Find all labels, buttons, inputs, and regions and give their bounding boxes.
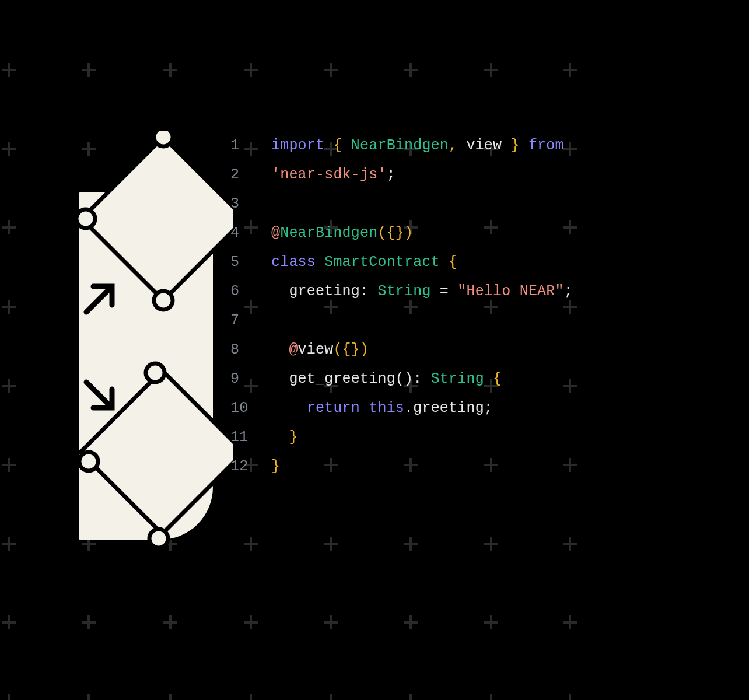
- svg-point-9: [79, 452, 98, 471]
- plus-icon: [563, 63, 577, 77]
- plus-icon: [324, 537, 338, 551]
- near-nodes-graphic: [58, 131, 233, 551]
- code-content: get_greeting(): String {: [271, 365, 502, 394]
- code-token: from: [528, 137, 564, 154]
- code-token: get_greeting():: [271, 370, 431, 387]
- plus-icon: [324, 63, 338, 77]
- plus-icon: [2, 220, 16, 235]
- code-token: .greeting;: [404, 400, 493, 416]
- code-content: import { NearBindgen, view } from: [271, 131, 564, 160]
- code-token: NearBindgen: [280, 225, 377, 242]
- plus-icon: [163, 63, 177, 77]
- plus-icon: [244, 615, 258, 629]
- code-line: 4@NearBindgen({}): [230, 219, 573, 248]
- code-line: 10 return this.greeting;: [230, 394, 573, 423]
- plus-icon: [484, 63, 498, 77]
- plus-icon: [82, 694, 96, 700]
- code-token: }: [510, 137, 519, 154]
- svg-point-5: [154, 131, 173, 146]
- line-number: 9: [230, 365, 271, 394]
- code-token: [316, 254, 324, 271]
- line-number: 11: [230, 423, 271, 452]
- line-number: 10: [230, 394, 271, 423]
- code-token: [360, 400, 369, 416]
- code-token: [271, 429, 289, 446]
- code-line: 7: [230, 306, 573, 335]
- code-token: =: [431, 283, 458, 300]
- code-token: class: [271, 254, 316, 271]
- plus-icon: [404, 537, 418, 551]
- code-token: ;: [387, 166, 396, 183]
- code-line: 9 get_greeting(): String {: [230, 365, 573, 394]
- plus-icon: [2, 300, 16, 314]
- code-line: 8 @view({}): [230, 335, 573, 365]
- line-number: 7: [230, 306, 271, 335]
- plus-icon: [484, 615, 498, 629]
- plus-icon: [82, 615, 96, 629]
- code-line: 5class SmartContract {: [230, 248, 573, 277]
- plus-icon: [404, 615, 418, 629]
- code-content: return this.greeting;: [271, 394, 493, 423]
- svg-point-6: [76, 209, 95, 228]
- code-token: @: [271, 225, 280, 242]
- code-content: @view({}): [271, 335, 369, 365]
- plus-icon: [324, 694, 338, 700]
- code-content: class SmartContract {: [271, 248, 457, 277]
- line-number: 2: [230, 160, 271, 190]
- code-line: 1import { NearBindgen, view } from: [230, 131, 573, 160]
- code-content: 'near-sdk-js';: [271, 160, 396, 190]
- plus-icon: [244, 63, 258, 77]
- code-token: 'near-sdk-js': [271, 166, 387, 183]
- plus-icon: [484, 537, 498, 551]
- plus-icon: [2, 615, 16, 629]
- code-token: ({}): [333, 341, 369, 358]
- code-token: this: [369, 400, 404, 416]
- plus-icon: [2, 458, 16, 472]
- code-token: [440, 254, 449, 271]
- plus-icon: [244, 694, 258, 700]
- line-number: 1: [230, 131, 271, 160]
- code-token: [520, 137, 528, 154]
- code-token: {: [449, 254, 457, 271]
- code-token: import: [271, 137, 324, 154]
- plus-icon: [163, 615, 177, 629]
- svg-point-7: [154, 291, 173, 310]
- line-number: 5: [230, 248, 271, 277]
- code-token: ;: [564, 283, 573, 300]
- plus-icon: [2, 142, 16, 156]
- plus-icon: [244, 537, 258, 551]
- plus-icon: [2, 63, 16, 77]
- plus-icon: [404, 63, 418, 77]
- plus-icon: [82, 63, 96, 77]
- code-token: greeting:: [271, 283, 377, 300]
- code-token: @: [289, 341, 298, 358]
- plus-icon: [2, 537, 16, 551]
- plus-icon: [2, 379, 16, 393]
- plus-icon: [404, 694, 418, 700]
- code-content: @NearBindgen({}): [271, 219, 413, 248]
- code-token: return: [307, 400, 360, 416]
- code-line: 2'near-sdk-js';: [230, 160, 573, 190]
- code-token: String: [431, 370, 484, 387]
- svg-point-10: [149, 529, 168, 548]
- code-token: [271, 400, 307, 416]
- line-number: 3: [230, 190, 271, 219]
- code-token: }: [271, 458, 280, 475]
- plus-icon: [563, 537, 577, 551]
- code-token: String: [377, 283, 430, 300]
- code-token: [324, 137, 333, 154]
- code-line: 6 greeting: String = "Hello NEAR";: [230, 277, 573, 306]
- plus-icon: [163, 694, 177, 700]
- code-token: NearBindgen: [351, 137, 449, 154]
- plus-icon: [324, 615, 338, 629]
- plus-icon: [2, 694, 16, 700]
- code-token: {: [493, 370, 502, 387]
- code-token: ,: [449, 137, 457, 154]
- code-token: [342, 137, 351, 154]
- code-content: }: [271, 452, 280, 481]
- svg-point-8: [146, 363, 164, 382]
- code-token: [484, 370, 493, 387]
- code-content: }: [271, 423, 298, 452]
- code-line: 3: [230, 190, 573, 219]
- plus-icon: [484, 694, 498, 700]
